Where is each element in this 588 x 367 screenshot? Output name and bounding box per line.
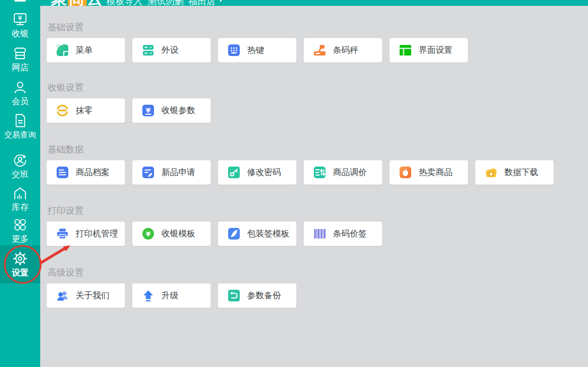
- tile-new-product-request[interactable]: 新品申请: [132, 160, 211, 185]
- tile-about-us[interactable]: 关于我们: [47, 283, 125, 308]
- sidebar-item-online-shop[interactable]: 网店: [0, 45, 40, 72]
- svg-text:¥: ¥: [146, 230, 150, 238]
- tile-receipt-template[interactable]: ¥ 收银模板: [132, 222, 211, 246]
- yen-params-icon: ¥: [141, 104, 155, 117]
- tile-label: 界面设置: [419, 45, 453, 56]
- tile-label: 升级: [161, 290, 178, 301]
- tile-hotkeys[interactable]: 热键: [218, 38, 296, 62]
- tile-data-download[interactable]: 数据下载: [475, 160, 554, 185]
- coin-rounding-icon: [56, 104, 69, 117]
- menu-icon: [56, 43, 69, 57]
- nav-test-account[interactable]: 测试勿删: [148, 0, 184, 6]
- tile-peripherals[interactable]: 外设: [132, 38, 211, 62]
- section-print-settings: 打印设置 打印机管理 ¥ 收银模板: [47, 205, 382, 246]
- tile-printer-management[interactable]: 打印机管理: [47, 222, 125, 246]
- sidebar-item-shift-change[interactable]: 交班: [0, 152, 40, 179]
- sidebar-item-settings[interactable]: 设置: [0, 251, 40, 277]
- tile-ui-settings[interactable]: 界面设置: [390, 38, 468, 62]
- tile-label: 修改密码: [247, 167, 281, 178]
- section-cashier-settings: 收银设置 抹零 ¥ 收银参数: [47, 82, 211, 123]
- svg-text:¥: ¥: [146, 106, 150, 114]
- yen-circle-icon: ¥: [141, 227, 155, 241]
- tile-menu[interactable]: 菜单: [47, 38, 125, 62]
- chevron-down-icon[interactable]: ▾: [219, 0, 222, 4]
- keyboard-icon: [227, 43, 241, 57]
- logo-char: 云: [87, 0, 104, 6]
- sidebar-item-label: 库存: [0, 203, 40, 212]
- sidebar: 收银 网店 会员 交易查询 交班: [0, 0, 40, 367]
- tile-product-archive[interactable]: 商品档案: [47, 160, 125, 185]
- cashier-monitor-icon: [12, 12, 28, 27]
- document-pencil-icon: [141, 166, 155, 179]
- tile-label: 包装签模板: [247, 228, 290, 240]
- document-icon: [12, 113, 28, 129]
- upgrade-arrow-icon: [141, 289, 155, 302]
- shift-person-circle-icon: [12, 152, 28, 168]
- sidebar-item-label: 更多: [0, 234, 40, 243]
- barcode-icon: [313, 227, 327, 241]
- hamburger-menu-icon[interactable]: [14, 0, 26, 2]
- tile-parameter-backup[interactable]: 参数备份: [218, 283, 296, 308]
- app-logo: 聚商云: [51, 0, 104, 6]
- peripherals-icon: [141, 43, 155, 57]
- more-clover-icon: [12, 217, 28, 233]
- section-basic-data: 基础数据 商品档案 新品申请: [47, 144, 554, 185]
- tile-label: 商品档案: [76, 167, 110, 178]
- logo-char: 聚: [51, 0, 68, 6]
- sidebar-item-more[interactable]: 更多: [0, 217, 40, 243]
- tile-upgrade[interactable]: 升级: [132, 283, 211, 308]
- tile-package-label-template[interactable]: 包装签模板: [218, 222, 296, 246]
- printer-icon: [56, 227, 69, 241]
- cloud-download-icon: [484, 166, 498, 179]
- section-basic-settings: 基础设置 菜单 外设: [47, 22, 468, 62]
- sidebar-item-cashier[interactable]: 收银: [0, 12, 40, 38]
- section-title: 基础数据: [48, 144, 554, 155]
- tile-price-adjustment[interactable]: 商品调价: [304, 160, 382, 185]
- nav-template-import[interactable]: 模板导入: [106, 0, 142, 6]
- top-header-bar: 聚商云 模板导入 测试勿删 福田店 ▾: [0, 0, 588, 6]
- tile-label: 抹零: [76, 105, 93, 116]
- people-icon: [56, 289, 69, 302]
- feather-icon: [227, 227, 241, 241]
- sidebar-item-member[interactable]: 会员: [0, 79, 40, 106]
- tile-label: 热键: [247, 45, 264, 56]
- key-icon: [227, 166, 241, 179]
- shop-storefront-icon: [12, 45, 28, 61]
- sidebar-item-transaction-query[interactable]: 交易查询: [0, 113, 40, 139]
- section-title: 基础设置: [48, 22, 468, 33]
- scale-icon: [313, 43, 327, 57]
- section-title: 收银设置: [48, 82, 211, 94]
- tile-label: 新品申请: [161, 167, 195, 178]
- sidebar-item-label: 交易查询: [0, 130, 40, 139]
- person-icon: [12, 79, 28, 95]
- tile-hot-products[interactable]: 热卖商品: [390, 160, 468, 185]
- tile-label: 收银模板: [161, 228, 195, 240]
- tile-cashier-params[interactable]: ¥ 收银参数: [132, 98, 211, 123]
- layout-icon: [399, 43, 412, 57]
- store-selector[interactable]: 福田店: [188, 0, 215, 6]
- sidebar-item-label: 会员: [0, 97, 40, 106]
- sidebar-item-label: 交班: [0, 170, 40, 179]
- tile-label: 打印机管理: [76, 228, 118, 240]
- sidebar-item-inventory[interactable]: 库存: [0, 185, 40, 212]
- warehouse-icon: [12, 185, 28, 201]
- tile-rounding[interactable]: 抹零: [47, 98, 125, 123]
- logo-char-accent: 商: [68, 0, 87, 6]
- tile-label: 关于我们: [76, 290, 110, 301]
- tile-label: 外设: [161, 45, 178, 56]
- tile-label: 商品调价: [333, 167, 367, 178]
- tile-label: 数据下载: [504, 167, 538, 178]
- tile-label: 条码价签: [333, 228, 367, 240]
- section-advanced-settings: 高级设置 关于我们 升级: [47, 267, 296, 308]
- gear-icon: [12, 251, 28, 267]
- sidebar-item-label: 网店: [0, 63, 40, 72]
- section-title: 打印设置: [48, 205, 382, 217]
- tile-label: 收银参数: [161, 105, 195, 116]
- document-lines-icon: [56, 166, 69, 179]
- tile-change-password[interactable]: 修改密码: [218, 160, 296, 185]
- price-arrows-icon: [313, 166, 327, 179]
- tile-label: 参数备份: [247, 290, 281, 301]
- tile-label: 热卖商品: [419, 167, 453, 178]
- tile-barcode-scale[interactable]: 条码秤: [304, 38, 382, 62]
- tile-barcode-price-tag[interactable]: 条码价签: [304, 222, 382, 246]
